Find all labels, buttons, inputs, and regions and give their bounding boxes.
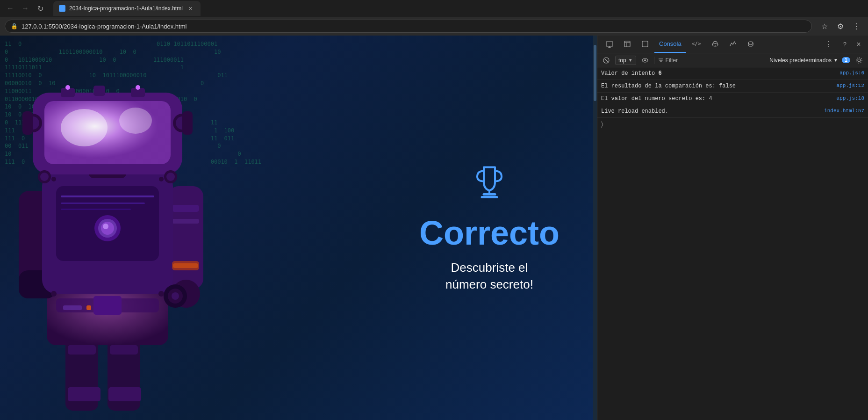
svg-rect-12 bbox=[168, 186, 203, 289]
filter-divider bbox=[654, 57, 654, 64]
clear-console-button[interactable] bbox=[601, 55, 611, 65]
svg-point-55 bbox=[159, 177, 164, 181]
svg-rect-10 bbox=[63, 305, 82, 310]
svg-point-56 bbox=[51, 291, 57, 297]
top-context-selector[interactable]: top ▼ bbox=[615, 56, 636, 65]
menu-button[interactable]: ⋮ bbox=[849, 19, 863, 33]
console-row: Live reload enabled. index.html:57 bbox=[597, 105, 868, 118]
svg-rect-14 bbox=[172, 205, 199, 212]
tab-favicon bbox=[59, 5, 65, 12]
console-message-1: Valor de intento 6 bbox=[601, 69, 835, 78]
console-prompt-area[interactable]: 〉 bbox=[597, 118, 868, 131]
tab-responsive[interactable] bbox=[601, 36, 618, 53]
svg-rect-4 bbox=[110, 345, 138, 355]
console-output[interactable]: Valor de intento 6 app.js:6 El resultado… bbox=[597, 67, 868, 420]
robot-illustration bbox=[0, 46, 234, 420]
svg-rect-11 bbox=[86, 305, 91, 310]
svg-rect-35 bbox=[93, 86, 105, 96]
svg-rect-61 bbox=[606, 42, 613, 46]
active-tab[interactable]: 2034-logica-programacion-1-Aula1/index.h… bbox=[53, 1, 201, 16]
svg-rect-64 bbox=[624, 41, 630, 47]
tab-memory[interactable] bbox=[742, 36, 759, 53]
svg-point-78 bbox=[858, 59, 861, 62]
svg-rect-3 bbox=[68, 345, 96, 355]
subtitle-text: Descubriste el número secreto! bbox=[445, 259, 533, 293]
tab-more[interactable]: ⋮ bbox=[820, 40, 837, 49]
tab-close-button[interactable]: ✕ bbox=[187, 4, 195, 13]
webpage-scrollbar-thumb bbox=[594, 45, 596, 101]
tab-network[interactable] bbox=[707, 36, 724, 53]
svg-point-70 bbox=[748, 42, 753, 44]
svg-point-0 bbox=[60, 6, 65, 11]
trophy-icon bbox=[471, 163, 508, 207]
console-row: El resultado de la comparación es: false… bbox=[597, 80, 868, 93]
success-content: Correcto Descubriste el número secreto! bbox=[419, 163, 560, 293]
console-link-3[interactable]: app.js:18 bbox=[837, 94, 864, 101]
dropdown-arrow-icon: ▼ bbox=[628, 58, 633, 63]
lock-icon: 🔒 bbox=[11, 23, 18, 29]
svg-rect-43 bbox=[22, 111, 33, 135]
webpage-scrollbar[interactable] bbox=[593, 36, 597, 420]
address-text: 127.0.0.1:5500/2034-logica-programacion-… bbox=[22, 23, 187, 30]
svg-rect-5 bbox=[68, 387, 100, 401]
svg-point-32 bbox=[61, 109, 108, 146]
tab-bar: ← → ↻ 2034-logica-programacion-1-Aula1/i… bbox=[0, 0, 868, 17]
tab-title: 2034-logica-programacion-1-Aula1/index.h… bbox=[69, 5, 183, 12]
svg-rect-20 bbox=[61, 196, 154, 197]
devtools-panel: Consola </> ⋮ ? × bbox=[597, 36, 868, 420]
console-message-3: El valor del numero secreto es: 4 bbox=[601, 94, 832, 103]
browser-chrome: ← → ↻ 2034-logica-programacion-1-Aula1/i… bbox=[0, 0, 868, 36]
svg-point-51 bbox=[172, 292, 179, 300]
console-tab-label: Consola bbox=[659, 40, 681, 47]
bookmark-button[interactable]: ☆ bbox=[818, 19, 832, 33]
svg-point-37 bbox=[65, 85, 70, 90]
tab-help[interactable]: ? bbox=[839, 41, 851, 48]
log-levels-selector[interactable]: Niveles predeterminados ▼ bbox=[769, 57, 838, 64]
svg-point-79 bbox=[856, 58, 862, 63]
tab-console[interactable]: Consola bbox=[654, 36, 686, 53]
console-message-4: Live reload enabled. bbox=[601, 107, 819, 116]
console-link-4[interactable]: index.html:57 bbox=[824, 107, 864, 114]
console-link-1[interactable]: app.js:6 bbox=[839, 69, 864, 76]
svg-point-26 bbox=[103, 224, 108, 229]
tab-layout[interactable] bbox=[637, 36, 653, 53]
extensions-button[interactable]: ⚙ bbox=[833, 19, 847, 33]
console-message-2: El resultado de la comparación es: false bbox=[601, 82, 832, 90]
filter-icon bbox=[658, 58, 664, 63]
tab-source[interactable]: </> bbox=[687, 36, 706, 53]
tab-inspector[interactable] bbox=[619, 36, 636, 53]
address-bar[interactable]: 🔒 127.0.0.1:5500/2034-logica-programacio… bbox=[5, 20, 812, 33]
tab-nav-buttons: ← → ↻ bbox=[4, 2, 47, 15]
forward-button[interactable]: → bbox=[19, 2, 32, 15]
console-row: Valor de intento 6 app.js:6 bbox=[597, 67, 868, 80]
devtools-close-button[interactable]: × bbox=[853, 39, 864, 50]
svg-rect-53 bbox=[173, 263, 198, 268]
svg-point-38 bbox=[136, 85, 140, 90]
levels-label: Niveles predeterminados bbox=[769, 57, 832, 64]
svg-rect-22 bbox=[61, 209, 131, 210]
filter-label: Filter bbox=[666, 57, 678, 64]
svg-rect-67 bbox=[642, 41, 648, 47]
svg-rect-6 bbox=[108, 387, 141, 401]
correcto-heading: Correcto bbox=[419, 216, 560, 250]
webpage: 11 0 0110 1011011100001 0 1101100000010 … bbox=[0, 36, 597, 420]
svg-rect-21 bbox=[61, 203, 145, 204]
main-area: 11 0 0110 1011011100001 0 1101100000010 … bbox=[0, 36, 868, 420]
svg-point-46 bbox=[40, 173, 49, 181]
svg-point-54 bbox=[51, 177, 56, 181]
console-toolbar: top ▼ Filter Niveles predeterminados ▼ 1 bbox=[597, 53, 868, 67]
levels-dropdown-icon: ▼ bbox=[833, 58, 838, 63]
console-row: El valor del numero secreto es: 4 app.js… bbox=[597, 93, 868, 105]
svg-line-72 bbox=[605, 59, 608, 62]
svg-point-57 bbox=[158, 291, 164, 297]
svg-rect-15 bbox=[172, 219, 199, 224]
tab-performance[interactable] bbox=[725, 36, 741, 53]
svg-point-74 bbox=[644, 59, 646, 61]
eye-button[interactable] bbox=[640, 55, 650, 65]
console-link-2[interactable]: app.js:12 bbox=[837, 82, 864, 88]
back-button[interactable]: ← bbox=[4, 2, 17, 15]
refresh-button[interactable]: ↻ bbox=[34, 2, 47, 15]
filter-area: Filter bbox=[658, 57, 678, 64]
console-settings-button[interactable] bbox=[854, 55, 864, 65]
svg-point-33 bbox=[119, 108, 152, 134]
